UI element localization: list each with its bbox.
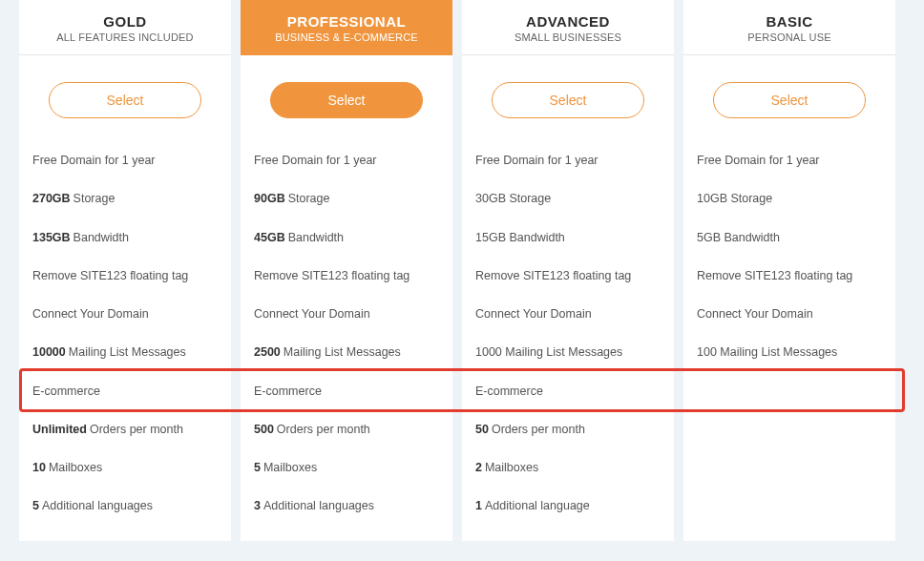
feature-row: 1Additional language xyxy=(473,487,662,525)
feature-row: 100 Mailing List Messages xyxy=(695,333,884,371)
feature-text: Connect Your Domain xyxy=(32,306,149,322)
feature-text: Orders per month xyxy=(90,422,183,437)
feature-text: 1000 Mailing List Messages xyxy=(475,344,622,360)
feature-text: Bandwidth xyxy=(74,230,129,245)
plan-header: PROFESSIONALBUSINESS & E-COMMERCE xyxy=(241,0,452,55)
feature-text: Mailing List Messages xyxy=(69,344,186,360)
feature-bold: 3 xyxy=(254,498,261,513)
plan-subtitle: ALL FEATURES INCLUDED xyxy=(27,31,223,43)
feature-row: 270GBStorage xyxy=(31,179,220,218)
select-button[interactable]: Select xyxy=(49,82,201,118)
feature-text: Remove SITE123 floating tag xyxy=(697,268,852,283)
select-wrap: Select xyxy=(241,55,452,141)
feature-bold: 2 xyxy=(475,460,482,475)
feature-row: Remove SITE123 floating tag xyxy=(695,257,884,295)
feature-text: Bandwidth xyxy=(288,230,344,245)
select-wrap: Select xyxy=(19,55,231,141)
feature-row: 5Additional languages xyxy=(31,487,220,525)
feature-text: Mailboxes xyxy=(263,460,317,475)
plan-subtitle: BUSINESS & E-COMMERCE xyxy=(248,31,445,43)
select-button[interactable]: Select xyxy=(713,82,866,118)
pricing-table: GOLDALL FEATURES INCLUDEDSelectFree Doma… xyxy=(0,0,924,541)
feature-row: 30GB Storage xyxy=(473,179,662,218)
feature-text: Mailing List Messages xyxy=(284,344,401,360)
feature-text: Free Domain for 1 year xyxy=(254,153,377,168)
feature-text: Mailboxes xyxy=(485,460,538,475)
feature-row: Free Domain for 1 year xyxy=(695,141,884,179)
feature-bold: 45GB xyxy=(254,230,285,245)
feature-row: E-commerce xyxy=(252,372,441,410)
feature-row: Remove SITE123 floating tag xyxy=(31,257,220,295)
plan-basic: BASICPERSONAL USESelectFree Domain for 1… xyxy=(683,0,905,541)
feature-row: Connect Your Domain xyxy=(252,295,441,333)
plan-advanced: ADVANCEDSMALL BUSINESSESSelectFree Domai… xyxy=(462,0,683,541)
plan-subtitle: PERSONAL USE xyxy=(691,31,888,43)
feature-row: 2500Mailing List Messages xyxy=(252,333,441,371)
feature-text: E-commerce xyxy=(475,384,543,399)
select-wrap: Select xyxy=(462,55,674,141)
feature-row: Free Domain for 1 year xyxy=(31,141,220,179)
feature-text: Additional languages xyxy=(263,498,374,513)
feature-text: Additional language xyxy=(485,498,590,513)
feature-row: Remove SITE123 floating tag xyxy=(473,257,662,295)
feature-row xyxy=(695,372,884,410)
feature-text: Storage xyxy=(74,191,116,206)
plan-title: BASIC xyxy=(691,13,888,30)
feature-text: Orders per month xyxy=(277,422,370,437)
feature-text: Orders per month xyxy=(492,422,585,437)
feature-bold: 2500 xyxy=(254,344,281,360)
feature-row: 90GBStorage xyxy=(252,179,441,218)
feature-row: E-commerce xyxy=(31,372,220,410)
feature-bold: 5 xyxy=(254,460,261,475)
feature-row: E-commerce xyxy=(473,372,662,410)
feature-row: Connect Your Domain xyxy=(473,295,662,333)
feature-text: Mailboxes xyxy=(49,460,102,475)
plan-header: ADVANCEDSMALL BUSINESSES xyxy=(462,0,674,55)
feature-text: Free Domain for 1 year xyxy=(475,153,598,168)
feature-row: 10Mailboxes xyxy=(31,448,220,487)
feature-bold: 1 xyxy=(475,498,482,513)
feature-text: Connect Your Domain xyxy=(697,306,813,322)
feature-bold: 135GB xyxy=(32,230,71,245)
feature-row: 10GB Storage xyxy=(695,179,884,218)
feature-row: 45GBBandwidth xyxy=(252,218,441,257)
feature-text: Remove SITE123 floating tag xyxy=(32,268,188,283)
plan-subtitle: SMALL BUSINESSES xyxy=(470,31,666,43)
feature-text: Remove SITE123 floating tag xyxy=(475,268,631,283)
plan-title: ADVANCED xyxy=(470,13,666,30)
feature-row: 2Mailboxes xyxy=(473,448,662,487)
feature-bold: 270GB xyxy=(32,191,71,206)
feature-bold: 10 xyxy=(32,460,46,475)
feature-list: Free Domain for 1 year30GB Storage15GB B… xyxy=(462,141,674,541)
feature-row: 135GBBandwidth xyxy=(31,218,220,257)
feature-bold: 90GB xyxy=(254,191,285,206)
feature-text: Storage xyxy=(288,191,330,206)
select-button[interactable]: Select xyxy=(270,82,423,118)
plan-professional: PROFESSIONALBUSINESS & E-COMMERCESelectF… xyxy=(241,0,462,541)
feature-text: E-commerce xyxy=(32,384,100,399)
feature-row: 5GB Bandwidth xyxy=(695,218,884,257)
feature-bold: 5 xyxy=(32,498,39,513)
feature-row: 15GB Bandwidth xyxy=(473,218,662,257)
feature-row: 500Orders per month xyxy=(252,410,441,448)
plan-title: GOLD xyxy=(27,13,223,30)
feature-text: Connect Your Domain xyxy=(254,306,370,322)
feature-text: 100 Mailing List Messages xyxy=(697,344,837,360)
feature-row: Connect Your Domain xyxy=(31,295,220,333)
select-wrap: Select xyxy=(683,55,895,141)
feature-row: 1000 Mailing List Messages xyxy=(473,333,662,371)
feature-bold: 50 xyxy=(475,422,489,437)
feature-text: E-commerce xyxy=(254,384,322,399)
feature-list: Free Domain for 1 year90GBStorage45GBBan… xyxy=(241,141,452,541)
feature-row: Connect Your Domain xyxy=(695,295,884,333)
feature-text: 15GB Bandwidth xyxy=(475,230,565,245)
feature-row xyxy=(695,487,884,525)
feature-text: Connect Your Domain xyxy=(475,306,592,322)
feature-text: Free Domain for 1 year xyxy=(697,153,820,168)
feature-text: 5GB Bandwidth xyxy=(697,230,780,245)
plan-header: BASICPERSONAL USE xyxy=(683,0,895,55)
feature-row: 50Orders per month xyxy=(473,410,662,448)
feature-row: 5Mailboxes xyxy=(252,448,441,487)
select-button[interactable]: Select xyxy=(492,82,644,118)
feature-row: 3Additional languages xyxy=(252,487,441,525)
